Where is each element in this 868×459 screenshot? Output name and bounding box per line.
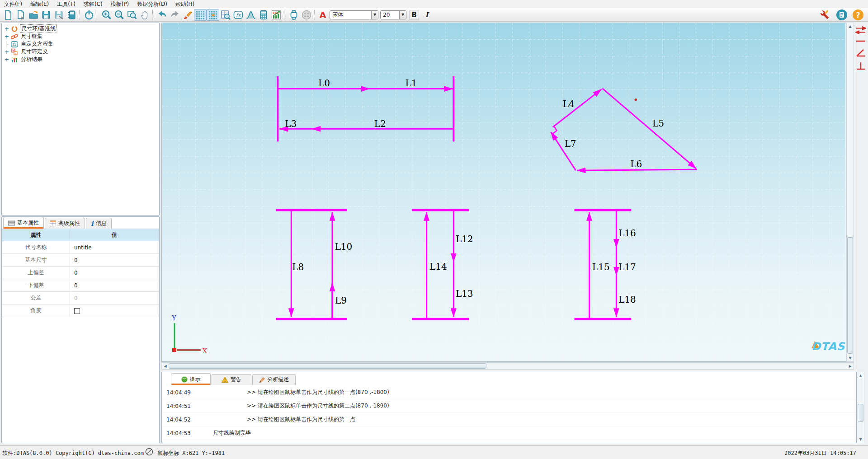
watch-band-icon[interactable]: [288, 9, 300, 21]
tab-warnings[interactable]: ! 警告: [212, 374, 251, 385]
button-holes-icon[interactable]: [300, 9, 313, 21]
redo-icon[interactable]: [169, 9, 181, 21]
dim-label: L0: [318, 78, 330, 89]
scroll-right-arrow[interactable]: ▶: [847, 363, 854, 369]
font-color-button[interactable]: A: [318, 10, 328, 20]
dim-label: L15: [592, 262, 610, 272]
menu-help[interactable]: 帮助(H): [171, 0, 198, 8]
undo-icon[interactable]: [156, 9, 169, 21]
swap-arrows-icon[interactable]: [855, 26, 868, 36]
dim-label: L12: [456, 234, 473, 244]
new-file-icon[interactable]: [2, 9, 14, 21]
tree-item-dimension-chain-set[interactable]: + 尺寸链集: [2, 33, 159, 40]
help-icon[interactable]: ?: [852, 9, 864, 21]
menu-edit[interactable]: 编辑(E): [26, 0, 53, 8]
expand-icon[interactable]: +: [5, 49, 9, 55]
zoom-in-icon[interactable]: [100, 9, 113, 21]
tree-item-label: 自定义方程集: [20, 40, 54, 48]
cpk-chart-icon[interactable]: Cpk: [270, 9, 283, 21]
zoom-out-icon[interactable]: [113, 9, 126, 21]
tree-item-custom-equations[interactable]: ├ fx 自定义方程集: [2, 40, 159, 48]
log-entries: 14:04:49>> 请在绘图区鼠标单击作为尺寸线的第一点(870 ,-1800…: [162, 385, 856, 440]
log-entry: 14:04:49>> 请在绘图区鼠标单击作为尺寸线的第一点(870 ,-1800…: [162, 386, 856, 399]
scroll-down-arrow[interactable]: ▼: [847, 355, 854, 361]
expand-icon[interactable]: +: [5, 33, 9, 40]
property-value-field[interactable]: 0: [70, 254, 159, 267]
notebook-icon[interactable]: [65, 9, 78, 21]
tree-item-dimension-loop-definition[interactable]: + RB 尺寸环定义: [2, 48, 159, 56]
tab-basic-properties[interactable]: 基本属性: [3, 217, 44, 229]
font-size-select[interactable]: 20 ▼: [380, 10, 406, 19]
italic-button[interactable]: I: [422, 10, 432, 20]
save-icon[interactable]: [40, 9, 52, 21]
angle-checkbox[interactable]: [74, 308, 80, 314]
tree-item-label: 分析结果: [20, 56, 43, 63]
scroll-up-arrow[interactable]: ▲: [847, 23, 854, 30]
grid-highlight-icon[interactable]: [207, 9, 219, 21]
angle-icon[interactable]: [855, 48, 868, 59]
drawing-canvas[interactable]: L0 L1 L2 L3 L4 L5 L6 L7 L8 L9 L10 L12 L1…: [161, 23, 846, 362]
tree-item-label: 尺寸环定义: [20, 48, 49, 56]
dim-label: L4: [563, 98, 575, 109]
log-time: 14:04:53: [166, 430, 191, 436]
scroll-up-arrow[interactable]: ▲: [857, 372, 864, 379]
grid-icon[interactable]: [194, 9, 207, 21]
tab-label: 信息: [96, 220, 107, 227]
log-vertical-scrollbar[interactable]: ▲ ▼: [857, 372, 864, 443]
zoom-region-icon[interactable]: [126, 9, 138, 21]
font-family-select[interactable]: 宋体 ▼: [330, 10, 378, 19]
canvas-horizontal-scrollbar[interactable]: ◀ ▶: [161, 362, 854, 370]
table-row: 角度: [2, 304, 159, 317]
scroll-down-arrow[interactable]: ▼: [857, 436, 864, 443]
horizontal-line-icon[interactable]: [855, 38, 868, 45]
tree-item-analysis-results[interactable]: + 分析结果: [2, 56, 159, 63]
scrollbar-thumb[interactable]: [847, 237, 853, 354]
report-preview-icon[interactable]: [219, 9, 232, 21]
menu-template[interactable]: 模板(P): [107, 0, 133, 8]
dim-label: L6: [630, 159, 642, 169]
menu-data-analysis[interactable]: 数据分析(D): [133, 0, 171, 8]
svg-text:x: x: [21, 15, 24, 20]
svg-text:fx: fx: [236, 12, 241, 18]
menu-file[interactable]: 文件(F): [0, 0, 26, 8]
distribution-curve-icon[interactable]: [245, 9, 257, 21]
dim-label: L18: [618, 294, 636, 305]
log-entry: 14:04:52>> 请在绘图区鼠标单击作为尺寸线的第一点: [162, 413, 856, 426]
tab-hints[interactable]: 提示: [171, 373, 211, 385]
expand-icon[interactable]: +: [5, 56, 9, 63]
open-folder-icon[interactable]: [27, 9, 40, 21]
menu-tools[interactable]: 工具(T): [53, 0, 80, 8]
scrollbar-thumb[interactable]: [169, 363, 486, 369]
tree-item-dimension-loop-baseline[interactable]: + 尺寸环/基准线: [2, 25, 159, 33]
tools-wrench-icon[interactable]: [819, 9, 832, 21]
tab-info[interactable]: i 信息: [86, 218, 112, 229]
tab-analysis-description[interactable]: 分析描述: [252, 374, 296, 385]
tab-advanced-properties[interactable]: 高级属性: [45, 218, 85, 229]
save-as-icon[interactable]: [52, 9, 65, 21]
scrollbar-thumb[interactable]: [858, 404, 863, 422]
calculator-icon[interactable]: [257, 9, 270, 21]
bold-button[interactable]: B: [409, 10, 419, 20]
canvas-vertical-scrollbar[interactable]: ▲ ▼: [846, 23, 854, 362]
menu-solve[interactable]: 求解(C): [80, 0, 107, 8]
function-fx-icon[interactable]: fx: [232, 9, 245, 21]
software-version-text: 软件:DTAS(8.0.0) Copyright(C) dtas-china.c…: [2, 450, 144, 457]
power-icon[interactable]: [83, 9, 95, 21]
pencil-icon: [259, 377, 265, 383]
new-file-close-icon[interactable]: x: [14, 9, 27, 21]
property-value-field[interactable]: 0: [70, 279, 159, 292]
property-value-field[interactable]: untitle: [70, 241, 159, 254]
dim-label: L14: [429, 261, 447, 272]
info-icon: i: [91, 220, 94, 228]
manual-book-icon[interactable]: [835, 9, 848, 21]
perpendicular-icon[interactable]: [855, 61, 868, 72]
tree-branch-line: ├: [5, 41, 9, 47]
expand-icon[interactable]: +: [5, 26, 9, 32]
dtas-logo: DTAS: [811, 340, 845, 353]
property-value-field[interactable]: 0: [70, 267, 159, 279]
ring-icon: [11, 25, 18, 33]
pan-hand-icon[interactable]: [138, 9, 151, 21]
format-brush-icon[interactable]: [181, 9, 194, 21]
scroll-left-arrow[interactable]: ◀: [162, 363, 169, 369]
datetime-text: 2022年03月31日 14:05:17: [784, 450, 856, 457]
